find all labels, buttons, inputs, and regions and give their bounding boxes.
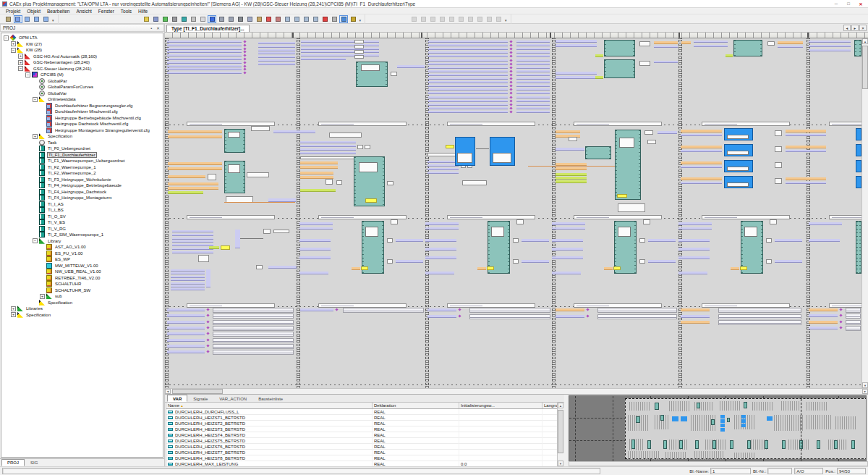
tab-bausteinliste[interactable]: Bausteinliste [252, 395, 289, 402]
fbd-text-box[interactable] [343, 308, 424, 313]
tree-item[interactable]: +TI_Z_SIM_Waermepumpe_1 [1, 232, 163, 238]
fbd-connector-bar[interactable] [809, 45, 851, 47]
tree-item[interactable]: +TI_F3_Heizgruppe_Wohnkolonie [1, 177, 163, 183]
fbd-label-box[interactable] [644, 130, 653, 135]
canvas-horizontal-scrollbar[interactable]: ◄► [165, 388, 868, 394]
lasso-icon[interactable] [189, 15, 197, 23]
fbd-block[interactable] [224, 129, 245, 153]
fbd-connector-bar[interactable] [206, 308, 209, 311]
fbd-connector-bar[interactable] [209, 246, 219, 249]
fbd-label-box[interactable] [639, 259, 645, 264]
fbd-connector-bar[interactable] [477, 267, 486, 270]
fbd-connector-bar[interactable] [335, 308, 338, 311]
tab-sig[interactable]: SIG [25, 459, 43, 466]
fbd-connector-bar[interactable] [516, 92, 550, 94]
fbd-connector-bar[interactable] [586, 314, 589, 317]
fbd-pin-diamond[interactable] [509, 73, 512, 76]
fbd-label-box[interactable] [462, 180, 487, 185]
fbd-connector-bar[interactable] [301, 48, 379, 50]
fbd-pin-diamond[interactable] [509, 55, 512, 58]
tree-item[interactable]: +GSC-Nebenanlagen (28,240) [1, 59, 163, 66]
win-list-icon[interactable] [438, 15, 447, 23]
fbd-pin-diamond[interactable] [509, 110, 512, 113]
fbd-label-box[interactable] [387, 238, 393, 243]
window-icon[interactable] [14, 15, 22, 23]
fbd-connector-bar[interactable] [556, 148, 584, 151]
tree-item[interactable]: +Durchlauferhitzer Mischventil.cfg [1, 109, 163, 115]
fbd-connector-bar[interactable] [681, 146, 722, 148]
fbd-connector-bar[interactable] [516, 85, 550, 87]
fbd-block-blue[interactable] [724, 144, 753, 156]
win-prev-icon[interactable] [410, 15, 419, 23]
fbd-value-highlight[interactable] [446, 145, 454, 148]
tree-item[interactable]: +Specification [1, 300, 163, 306]
fbd-label-box[interactable] [329, 133, 362, 138]
fbd-connector-bar[interactable] [552, 256, 583, 259]
fbd-connector-bar[interactable] [556, 72, 597, 75]
fbd-connector-bar[interactable] [168, 175, 205, 178]
scroll-thumb[interactable] [862, 46, 868, 89]
fbd-connector-bar[interactable] [300, 172, 333, 175]
fbd-connector-bar[interactable] [299, 272, 328, 274]
fbd-connector-bar[interactable] [428, 96, 508, 98]
tree-item[interactable]: +Heizgruppe Dachstock Mischventil.cfg [1, 121, 163, 127]
fbd-connector-bar[interactable] [839, 326, 842, 329]
fbd-connector-bar[interactable] [556, 40, 597, 43]
win-tree-icon[interactable] [448, 15, 456, 23]
fbd-block-blue[interactable] [724, 160, 753, 172]
fbd-text-box[interactable] [846, 326, 861, 331]
fbd-connector-bar[interactable] [427, 161, 459, 163]
fbd-connector-bar[interactable] [654, 41, 678, 44]
fbd-label-box[interactable] [775, 130, 782, 136]
fbd-text-box[interactable] [718, 308, 801, 313]
fbd-pin-diamond[interactable] [509, 77, 512, 80]
fbd-connector-bar[interactable] [428, 100, 508, 102]
connect-mode-icon[interactable] [208, 15, 216, 23]
tab-signale[interactable]: Signale [187, 395, 213, 402]
fbd-connector-bar[interactable] [552, 239, 583, 242]
fbd-connector-bar[interactable] [299, 227, 333, 230]
fbd-label-box[interactable] [647, 140, 656, 144]
fbd-block[interactable] [733, 40, 762, 56]
fbd-connector-bar[interactable] [172, 251, 213, 253]
fbd-connector-bar[interactable] [809, 321, 838, 324]
zoom-out-icon[interactable] [302, 15, 310, 23]
fbd-connector-bar[interactable] [556, 130, 580, 133]
fbd-connector-bar[interactable] [167, 332, 205, 335]
fbd-connector-bar[interactable] [516, 44, 550, 46]
fbd-connector-bar[interactable] [648, 260, 676, 263]
fbd-connector-bar[interactable] [678, 248, 710, 251]
fbd-connector-bar[interactable] [678, 239, 710, 242]
fbd-connector-bar[interactable] [258, 52, 295, 54]
tree-item[interactable]: +KW (27) [1, 41, 163, 48]
fbd-connector-bar[interactable] [786, 182, 826, 184]
fbd-connector-bar[interactable] [167, 54, 242, 56]
fbd-connector-bar[interactable] [425, 272, 454, 274]
fbd-connector-bar[interactable] [839, 308, 842, 311]
fbd-text-box[interactable] [213, 320, 294, 325]
overview-scrollbar[interactable] [569, 461, 868, 466]
fbd-connector-bar[interactable] [206, 332, 209, 335]
tree-item[interactable]: +ES_WP [1, 256, 163, 263]
fbd-pin-diamond[interactable] [509, 96, 512, 98]
minimize-button[interactable]: ─ [831, 1, 841, 7]
fbd-label-box[interactable] [513, 259, 519, 264]
cfc-canvas[interactable] [165, 38, 861, 388]
fbd-connector-bar[interactable] [428, 44, 508, 46]
fbd-connector-bar[interactable] [516, 100, 550, 102]
fbd-pin-diamond[interactable] [509, 62, 512, 65]
fbd-text-box[interactable] [846, 314, 861, 319]
fbd-connector-bar[interactable] [427, 168, 459, 170]
close-panel-icon[interactable]: ✕ [155, 25, 161, 31]
fbd-pin-diamond[interactable] [509, 43, 512, 46]
fbd-label-box[interactable] [208, 174, 216, 180]
fbd-block-blue[interactable] [724, 176, 753, 188]
fbd-connector-bar[interactable] [168, 130, 222, 133]
fbd-label-box[interactable] [639, 61, 650, 66]
fbd-connector-bar[interactable] [168, 191, 203, 194]
fbd-connector-bar[interactable] [167, 62, 242, 64]
fbd-connector-bar[interactable] [428, 55, 508, 57]
zoom-in-icon[interactable] [292, 15, 301, 23]
fbd-connector-bar[interactable] [556, 167, 587, 170]
cut-icon[interactable] [236, 15, 244, 23]
